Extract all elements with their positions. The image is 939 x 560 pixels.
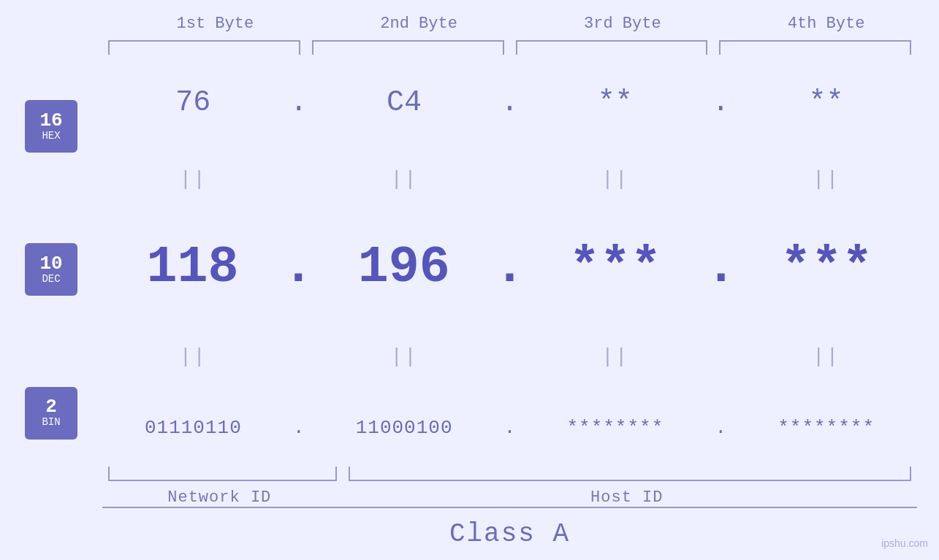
dec-dot-1: . bbox=[283, 239, 313, 296]
eq-row-1: || || || || bbox=[102, 168, 917, 191]
dec-dot-2: . bbox=[494, 239, 525, 296]
eq1-4: || bbox=[735, 168, 917, 191]
byte-header-4: 4th Byte bbox=[724, 15, 928, 33]
hex-dot-2: . bbox=[495, 86, 525, 119]
top-bracket-3 bbox=[516, 40, 708, 55]
byte-headers-row: 1st Byte 2nd Byte 3rd Byte 4th Byte bbox=[113, 0, 928, 33]
hex-badge-number: 16 bbox=[39, 111, 62, 130]
bin-badge-label: BIN bbox=[42, 416, 60, 429]
bin-byte-1: 01110110 bbox=[102, 417, 284, 439]
dec-dot-3: . bbox=[706, 239, 737, 296]
eq2-2: || bbox=[313, 345, 495, 368]
hex-dot-1: . bbox=[284, 86, 313, 119]
host-id-bracket bbox=[349, 467, 911, 481]
hex-byte-4: ** bbox=[735, 86, 917, 119]
byte-header-3: 3rd Byte bbox=[521, 15, 725, 33]
network-id-bracket bbox=[108, 467, 337, 481]
bin-byte-4: ******** bbox=[735, 417, 917, 439]
byte-header-2: 2nd Byte bbox=[317, 15, 521, 33]
top-bracket-2 bbox=[312, 40, 504, 55]
eq2-1: || bbox=[102, 345, 284, 368]
bin-byte-2: 11000100 bbox=[313, 417, 495, 439]
bin-dot-2: . bbox=[495, 417, 525, 439]
byte-2-label: 2nd Byte bbox=[380, 15, 457, 33]
bin-dot-1: . bbox=[284, 417, 313, 439]
network-id-label: Network ID bbox=[102, 488, 337, 507]
byte-1-label: 1st Byte bbox=[177, 15, 254, 33]
hex-data-row: 76 . C4 . ** . ** bbox=[102, 86, 917, 119]
byte-header-1: 1st Byte bbox=[113, 15, 317, 33]
dec-badge: 10 DEC bbox=[25, 243, 77, 296]
eq1-3: || bbox=[525, 168, 707, 191]
top-brackets-row bbox=[102, 40, 917, 62]
badges-col: 16 HEX 10 DEC 2 BIN bbox=[0, 33, 102, 507]
eq1-2: || bbox=[313, 168, 495, 191]
class-label: Class A bbox=[449, 519, 570, 549]
hex-byte-1: 76 bbox=[102, 86, 284, 119]
dec-data-row: 118 . 196 . *** . *** bbox=[102, 239, 917, 296]
bottom-brackets-row bbox=[102, 467, 917, 485]
dec-byte-2: 196 bbox=[313, 239, 494, 296]
bin-badge: 2 BIN bbox=[25, 387, 77, 440]
hex-dot-3: . bbox=[706, 86, 735, 119]
dec-byte-4: *** bbox=[737, 239, 917, 296]
hex-byte-2: C4 bbox=[313, 86, 495, 119]
id-labels-row: Network ID Host ID bbox=[102, 488, 917, 507]
byte-4-label: 4th Byte bbox=[788, 15, 865, 33]
eq-row-2: || || || || bbox=[102, 345, 917, 368]
content-area: 76 . C4 . ** . ** || || || || bbox=[102, 33, 939, 507]
host-id-label: Host ID bbox=[337, 488, 917, 507]
eq2-4: || bbox=[735, 345, 917, 368]
class-row: Class A bbox=[102, 507, 917, 560]
main-container: 1st Byte 2nd Byte 3rd Byte 4th Byte 16 H… bbox=[0, 0, 939, 560]
top-bracket-1 bbox=[108, 40, 300, 55]
hex-badge-label: HEX bbox=[42, 130, 60, 142]
dec-badge-label: DEC bbox=[42, 273, 60, 285]
dec-byte-1: 118 bbox=[102, 239, 283, 296]
grid-area: 16 HEX 10 DEC 2 BIN bbox=[0, 33, 939, 507]
watermark: ipshu.com bbox=[881, 537, 928, 549]
top-bracket-4 bbox=[719, 40, 911, 55]
bin-data-row: 01110110 . 11000100 . ******** . *******… bbox=[102, 417, 917, 439]
bin-dot-3: . bbox=[706, 417, 735, 439]
byte-3-label: 3rd Byte bbox=[584, 15, 661, 33]
dec-badge-number: 10 bbox=[39, 254, 62, 273]
eq2-3: || bbox=[525, 345, 707, 368]
hex-badge: 16 HEX bbox=[25, 100, 77, 153]
data-rows: 76 . C4 . ** . ** || || || || bbox=[102, 62, 917, 463]
hex-byte-3: ** bbox=[525, 86, 707, 119]
dec-byte-3: *** bbox=[525, 239, 706, 296]
bin-byte-3: ******** bbox=[525, 417, 707, 439]
bin-badge-number: 2 bbox=[45, 397, 57, 416]
eq1-1: || bbox=[102, 168, 284, 191]
